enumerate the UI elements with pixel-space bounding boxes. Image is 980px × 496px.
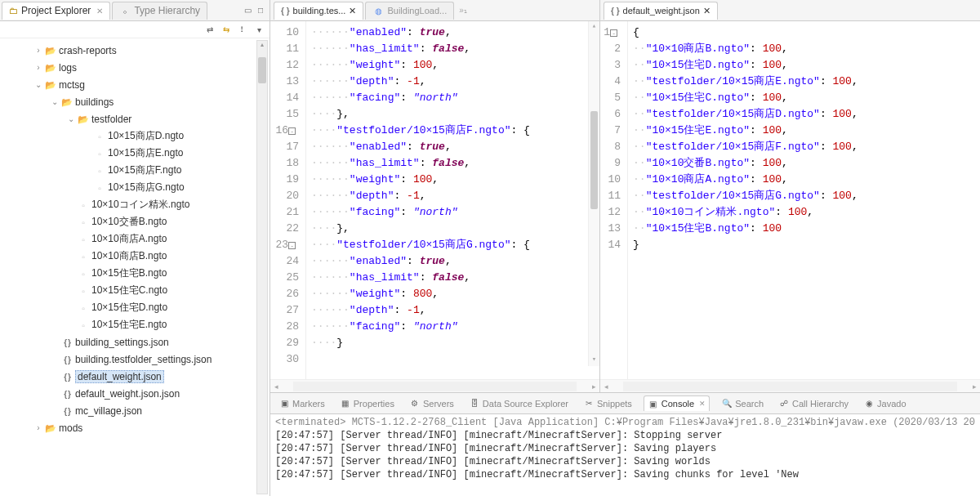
console-header: <terminated> MCTS-1.12.2-2768_Client [Ja… [275,416,975,429]
json-file-icon [611,6,620,16]
tab-icon: ▦ [340,398,351,409]
tree-item[interactable]: 10×15住宅B.ngto [0,265,270,282]
editor-hscrollbar[interactable]: ◂ ▸ [270,379,599,392]
tree-item[interactable]: 10×10コイン精米.ngto [0,196,270,213]
tree-scrollbar[interactable]: ▴ [256,40,268,494]
scroll-left-icon[interactable]: ◂ [600,382,612,391]
twisty-icon[interactable]: › [33,46,44,55]
twisty-icon[interactable]: ⌄ [49,97,60,106]
tree-item[interactable]: 10×15住宅E.ngto [0,316,270,333]
bottom-tab-javado[interactable]: ◉Javado [860,396,909,411]
tree-item[interactable]: 10×15住宅D.ngto [0,299,270,316]
bottom-tab-data-source-explorer[interactable]: 🗄Data Source Explorer [466,396,572,411]
file-tree[interactable]: ›crash-reports›logs⌄mctsg⌄buildings⌄test… [0,38,270,496]
bottom-tab-console[interactable]: ▣Console✕ [644,395,710,411]
twisty-icon[interactable]: › [33,63,44,72]
tree-item-label: default_weight.json.json [75,388,180,400]
tab-label: Javado [877,399,906,409]
editor-vscrollbar[interactable]: ▴ ▾ [588,21,599,366]
file-icon [93,148,106,159]
scroll-down-icon[interactable]: ▾ [589,355,599,366]
bottom-tab-markers[interactable]: ▣Markers [275,396,328,411]
tree-item-label: 10×15住宅B.ngto [91,266,167,280]
bottom-tabs: ▣Markers▦Properties⚙Servers🗄Data Source … [270,393,980,414]
scroll-right-icon[interactable]: ▸ [969,382,980,391]
editor-hscrollbar[interactable]: ◂ ▸ [600,379,980,392]
close-icon[interactable]: ✕ [703,6,710,16]
tree-item[interactable]: ›logs [0,59,270,76]
scroll-thumb[interactable] [590,111,598,209]
tree-item[interactable]: 10×15商店D.ngto [0,127,270,145]
editor-tab-buildingload[interactable]: ◍ BuildingLoad... [365,2,454,20]
tab-label: Servers [423,399,454,409]
tree-item-label: mc_village.json [75,405,142,417]
scroll-left-icon[interactable]: ◂ [270,382,282,391]
tree-item[interactable]: 10×15商店F.ngto [0,162,270,179]
line-gutter: 10111213141516-17181920212223-2425262728… [270,21,306,379]
tree-item-label: 10×15商店E.ngto [108,146,183,160]
folder-icon [44,79,57,91]
tree-item[interactable]: 10×15商店G.ngto [0,179,270,196]
scroll-thumb[interactable] [258,57,266,83]
link-editor-icon[interactable]: ⇆ [220,24,232,35]
tab-icon: ⚙ [409,398,421,409]
close-icon[interactable]: ✕ [699,400,706,408]
editor-tab-default-weight[interactable]: default_weight.json ✕ [604,2,718,20]
collapse-all-icon[interactable]: ⇄ [204,24,216,35]
tree-item[interactable]: ›crash-reports [0,42,270,59]
tree-item[interactable]: 10×10商店B.ngto [0,248,270,265]
tree-item[interactable]: ›mods [0,419,270,436]
tab-label: Snippets [597,399,632,409]
tab-type-hierarchy[interactable]: ⬦ Type Hierarchy [112,2,207,20]
scroll-right-icon[interactable]: ▸ [588,382,599,391]
scroll-up-icon[interactable]: ▴ [257,41,267,52]
tree-item-label: 10×10商店B.ngto [91,249,167,263]
twisty-icon[interactable]: ⌄ [65,114,77,123]
scroll-up-icon[interactable]: ▴ [589,21,599,33]
console-output[interactable]: <terminated> MCTS-1.12.2-2768_Client [Ja… [270,414,980,496]
tab-label: Type Hierarchy [134,5,200,16]
tree-item[interactable]: 10×15商店E.ngto [0,145,270,162]
code-area[interactable]: ······"enabled": true,······"has_limit":… [306,21,599,379]
editor-tab-building[interactable]: building.tes... ✕ [274,2,363,20]
maximize-icon[interactable]: □ [255,5,266,16]
editor-left-body[interactable]: 10111213141516-17181920212223-2425262728… [270,21,599,379]
bottom-tab-properties[interactable]: ▦Properties [336,396,398,411]
tree-item[interactable]: building.testfolder_settings.json [0,351,270,368]
bottom-tab-call-hierarchy[interactable]: ☍Call Hierarchy [775,396,852,411]
tree-item-label: testfolder [91,114,131,125]
editor-right-body[interactable]: 1-234567891011121314 {··"10×10商店B.ngto":… [600,21,980,379]
view-menu-icon[interactable]: ▾ [253,24,265,35]
tree-item[interactable]: mc_village.json [0,402,270,419]
tree-item-label: 10×15商店D.ngto [108,129,184,143]
tree-item[interactable]: ⌄testfolder [0,110,270,127]
filter-icon[interactable]: ⠇ [237,24,248,35]
bottom-tab-snippets[interactable]: ✂Snippets [580,396,635,411]
close-icon[interactable]: ✕ [349,6,356,16]
tree-item-label: 10×10商店A.ngto [91,232,167,246]
bottom-tab-servers[interactable]: ⚙Servers [406,396,457,411]
minimize-icon[interactable]: ▭ [242,5,253,16]
bottom-tab-search[interactable]: 🔍Search [718,396,767,411]
tab-icon: ▣ [278,398,290,409]
tree-item[interactable]: building_settings.json [0,333,270,351]
tab-project-explorer[interactable]: Project Explorer ✕ [2,2,110,20]
tree-item-label: 10×15住宅E.ngto [91,318,167,332]
twisty-icon[interactable]: ⌄ [33,80,44,89]
code-area[interactable]: {··"10×10商店B.ngto": 100,··"10×15住宅D.ngto… [628,21,980,379]
tab-overflow-icon[interactable]: »₁ [459,6,467,15]
tree-item[interactable]: 10×15住宅C.ngto [0,282,270,299]
tree-item[interactable]: ⌄mctsg [0,76,270,93]
close-icon[interactable]: ✕ [96,7,103,16]
folder-icon [44,62,57,74]
twisty-icon[interactable]: › [33,423,44,432]
tree-item[interactable]: default_weight.json.json [0,385,270,402]
tree-item[interactable]: 10×10交番B.ngto [0,213,270,230]
folder-icon [44,45,57,56]
folder-icon [9,5,18,16]
tree-item-label: default_weight.json [75,370,164,383]
tree-item[interactable]: ⌄buildings [0,93,270,110]
tree-item[interactable]: default_weight.json [0,368,270,385]
tree-item[interactable]: 10×10商店A.ngto [0,230,270,248]
editor-building-settings: building.tes... ✕ ◍ BuildingLoad... »₁ 1… [270,0,600,392]
